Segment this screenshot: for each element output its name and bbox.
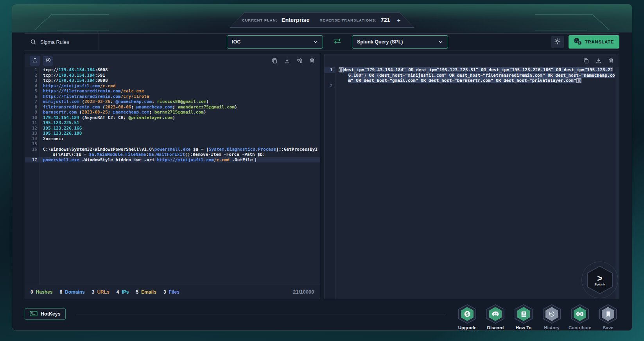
target-platform-select[interactable]: Splunk Query (SPL) [352,35,448,49]
stat-files[interactable]: 3Files [163,289,179,295]
download-icon[interactable] [596,58,602,64]
svg-text:a: a [579,41,580,44]
footer-action-label: Discord [487,325,504,330]
target-panel: 1((dest_ip="179.43.154.184" OR dest_ip="… [324,54,620,299]
stat-urls[interactable]: 3URLs [92,289,109,295]
line-number: 8 [25,105,40,110]
code-text: filetransrediremin.com (2023-08-06; @nam… [40,105,320,110]
code-line: 2 [325,83,616,89]
stat-hashes[interactable]: 0Hashes [30,289,52,295]
swap-arrows-icon [332,38,343,46]
search-input[interactable] [40,39,91,45]
editor-panels: 1tcp://179.43.154.184:80082tcp://179.43.… [25,54,619,299]
save-icon [599,304,617,324]
stat-emails[interactable]: 5Emails [136,289,156,295]
hotkeys-button[interactable]: HotKeys [25,308,66,320]
swap-platforms-button[interactable] [332,38,343,46]
char-counter: 21/10000 [293,289,314,295]
source-panel: 1tcp://179.43.154.184:80082tcp://179.43.… [25,54,320,299]
code-line: 7minijusfil.com (2023-03-26; @namecheap.… [25,99,320,105]
code-text: barnsertr.com (2023-08-25; @namecheap.co… [40,110,320,115]
footer-action-discord[interactable]: Discord [484,304,507,330]
footer-action-upgrade[interactable]: $Upgrade [456,304,479,330]
copy-icon[interactable] [271,58,278,64]
how-to-icon [515,304,533,324]
filter-settings-icon[interactable] [296,58,303,64]
footer-action-how-to[interactable]: How To [512,304,535,330]
source-panel-toolbar [25,54,320,67]
target-platform-value: Splunk Query (SPL) [357,39,403,45]
footer-action-contribute[interactable]: Contribute [569,304,591,330]
upload-button[interactable] [30,56,40,66]
copy-icon[interactable] [583,58,589,64]
ioc-stats-bar: 0Hashes6Domains3URLs4IPs5Emails3Files21/… [25,285,320,299]
line-number-gutter [325,67,335,299]
search-icon [30,39,36,45]
footer-action-label: How To [516,325,532,330]
line-number: 10 [25,115,40,121]
code-line: 14Хостові: [25,136,320,142]
svg-text:$: $ [466,312,468,316]
footer-divider [76,314,446,314]
code-text: Хостові: [40,136,320,142]
footer-actions: $UpgradeDiscordHow ToHistoryContributeSa… [456,304,619,330]
code-line: 6https://filetransrediremin.com/cry/11ro… [25,94,320,99]
splunk-chevron: > [597,274,602,283]
add-translations-button[interactable]: + [396,17,402,23]
footer-action-history[interactable]: History [540,304,563,330]
scrollbar[interactable] [615,67,619,299]
stat-ips[interactable]: 4IPs [117,289,129,295]
auto-parse-button[interactable] [43,56,53,66]
target-code-editor[interactable]: 1((dest_ip="179.43.154.184" OR dest_ip="… [325,67,619,299]
stat-domains[interactable]: 6Domains [59,289,84,295]
code-line: 17powershell.exe -WindowStyle hidden iwr… [25,157,320,163]
text-cursor [255,158,256,162]
download-icon[interactable] [284,58,290,64]
translate-button-label: TRANSLATE [585,40,614,44]
line-number: 1 [325,67,335,73]
discord-icon [486,304,504,324]
code-text: C:\Windows\System32\WindowsPowerShell\v1… [40,147,320,157]
code-line: 2tcp://179.43.154.184:591 [25,73,320,78]
source-code-editor[interactable]: 1tcp://179.43.154.184:80082tcp://179.43.… [25,67,320,285]
code-line: 9barnsertr.com (2023-08-25; @namecheap.c… [25,110,320,115]
svg-text:A: A [575,39,578,43]
target-panel-toolbar [325,54,619,67]
source-platform-value: IOC [232,39,240,45]
line-number: 11 [25,120,40,126]
settings-button[interactable] [551,36,564,48]
line-number: 16 [25,147,40,152]
line-number: 4 [25,83,40,89]
current-plan-value: Enterprise [282,17,310,23]
reverse-translations-label: REVERSE TRANSLATIONS: [319,18,377,22]
keyboard-icon [30,311,38,318]
line-number: 2 [325,83,335,89]
code-text: https://filetransrediremin.com/cry/11rot… [40,94,320,99]
line-number: 3 [25,78,40,83]
chevron-down-icon [313,39,318,45]
footer-action-save[interactable]: Save [597,304,619,330]
line-number: 9 [25,110,40,115]
code-text [40,141,320,147]
trash-icon[interactable] [608,58,614,64]
code-text: https://filetransrediremin.com/calc.exe [40,88,320,94]
line-number: 14 [25,136,40,142]
trash-icon[interactable] [309,58,315,64]
code-line: 12195.123.226.166 [25,126,320,131]
line-number: 1 [25,67,40,73]
translate-button[interactable]: Aa TRANSLATE [569,35,619,49]
current-plan-label: CURRENT PLAN: [242,18,278,22]
gear-icon [554,38,561,46]
splunk-platform-badge[interactable]: > Splunk [587,266,613,294]
line-number: 7 [25,99,40,105]
code-line: 8filetransrediremin.com (2023-08-06; @na… [25,105,320,110]
code-line: 1((dest_ip="179.43.154.184" OR dest_ip="… [325,67,616,83]
footer-action-label: History [544,325,560,330]
code-line: 15 [25,141,320,147]
code-line: 11195.123.225.51 [25,120,320,126]
source-platform-select[interactable]: IOC [227,35,323,49]
splunk-label: Splunk [595,283,605,286]
code-text [335,83,616,89]
rules-search[interactable] [25,34,99,50]
code-text: 195.123.226.180 [40,131,320,136]
